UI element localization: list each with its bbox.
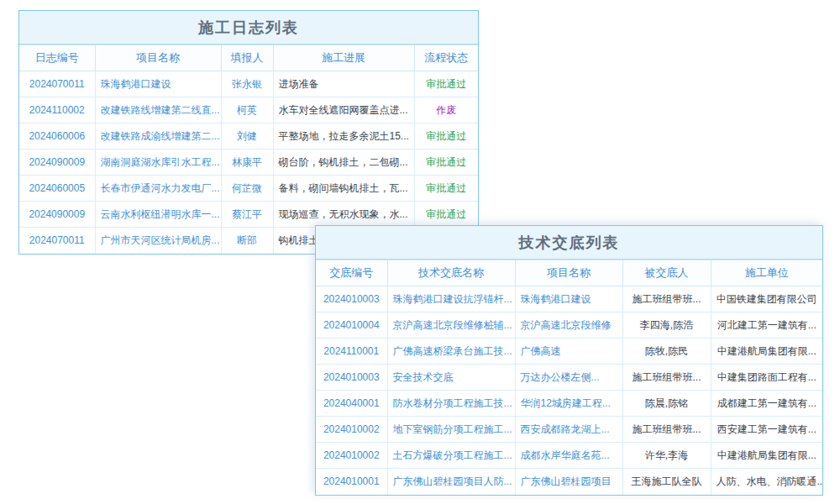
table-row: 2024010002土石方爆破分项工程施工...成都水岸华庭名苑...许华,李海… <box>316 443 822 469</box>
cell-link-disclosure-name[interactable]: 土石方爆破分项工程施工... <box>387 443 515 469</box>
cell-link-log-id[interactable]: 2024090009 <box>19 202 95 228</box>
construction-log-title: 施工日志列表 <box>19 11 478 45</box>
cell-link-disclosure-id[interactable]: 2024010002 <box>316 417 387 443</box>
cell-link-project-name[interactable]: 云南水利枢纽潜明水库一... <box>95 202 221 228</box>
cell-text-recipient: 施工班组带班... <box>622 365 711 391</box>
cell-link-disclosure-id[interactable]: 2024010003 <box>316 286 387 312</box>
cell-text-progress: 现场巡查，无积水现象，水... <box>273 202 414 228</box>
table-row: 2024090009云南水利枢纽潜明水库一...蔡江平现场巡查，无积水现象，水.… <box>19 202 478 228</box>
cell-link-project-name[interactable]: 湖南洞庭湖水库引水工程... <box>95 150 221 176</box>
cell-link-disclosure-id[interactable]: 2024110001 <box>316 339 387 365</box>
cell-text-recipient: 许华,李海 <box>622 443 711 469</box>
cell-link-disclosure-name[interactable]: 广佛高速桥梁承台施工技... <box>387 339 515 365</box>
tech-disclosure-panel: 技术交底列表 交底编号技术交底名称项目名称被交底人施工单位2024010003珠… <box>315 225 823 496</box>
cell-link-log-id[interactable]: 2024090009 <box>19 150 95 176</box>
cell-text-progress: 进场准备 <box>273 71 414 97</box>
cell-link-disclosure-id[interactable]: 2024010003 <box>316 365 387 391</box>
cell-link-project-name[interactable]: 广东佛山碧桂园项目 <box>515 469 622 495</box>
cell-link-reporter[interactable]: 断部 <box>221 228 273 254</box>
table-row: 2024070011珠海鹤港口建设张永银进场准备审批通过 <box>19 71 478 97</box>
cell-link-disclosure-name[interactable]: 京沪高速北京段维修桩辅... <box>387 312 515 339</box>
cell-link-reporter[interactable]: 蔡江平 <box>221 202 273 228</box>
cell-link-disclosure-id[interactable]: 2024010004 <box>316 312 387 339</box>
column-header-project-name: 项目名称 <box>95 45 221 71</box>
cell-text-progress: 砌台阶，钩机排土，二包砌... <box>273 150 414 176</box>
cell-link-log-id[interactable]: 2024060005 <box>19 176 95 202</box>
column-header-construction-unit: 施工单位 <box>711 260 822 286</box>
cell-link-project-name[interactable]: 改建铁路成渝线增建第二... <box>95 123 221 150</box>
column-header-progress: 施工进展 <box>273 45 414 71</box>
cell-link-reporter[interactable]: 何芷微 <box>221 176 273 202</box>
table-row: 2024110002改建铁路线增建第二线直...柯英水车对全线遮阳网覆盖点进..… <box>19 97 478 123</box>
cell-link-log-id[interactable]: 2024070011 <box>19 228 95 254</box>
cell-text-construction-unit: 中国铁建集团有限公司 <box>711 286 822 312</box>
column-header-reporter: 填报人 <box>221 45 273 71</box>
cell-text-construction-unit: 中建港航局集团有限... <box>711 339 822 365</box>
cell-link-project-name[interactable]: 改建铁路线增建第二线直... <box>95 97 221 123</box>
cell-link-reporter[interactable]: 张永银 <box>221 71 273 97</box>
table-row: 2024090009湖南洞庭湖水库引水工程...林康平砌台阶，钩机排土，二包砌.… <box>19 150 478 176</box>
cell-link-reporter[interactable]: 柯英 <box>221 97 273 123</box>
cell-text-recipient: 王海施工队全队 <box>622 469 711 495</box>
cell-link-log-id[interactable]: 2024110002 <box>19 97 95 123</box>
column-header-disclosure-name: 技术交底名称 <box>387 260 515 286</box>
column-header-recipient: 被交底人 <box>622 260 711 286</box>
cell-link-project-name[interactable]: 京沪高速北京段维修 <box>515 312 622 339</box>
cell-link-project-name[interactable]: 珠海鹤港口建设 <box>515 286 622 312</box>
table-row: 2024010004京沪高速北京段维修桩辅...京沪高速北京段维修李四海,陈浩河… <box>316 312 822 339</box>
cell-text-recipient: 陈牧,陈民 <box>622 339 711 365</box>
cell-link-project-name[interactable]: 西安成都路龙湖上... <box>515 417 622 443</box>
cell-link-project-name[interactable]: 万达办公楼左侧... <box>515 365 622 391</box>
column-header-disclosure-id: 交底编号 <box>316 260 387 286</box>
table-row: 2024010003珠海鹤港口建设抗浮锚杆...珠海鹤港口建设施工班组带班...… <box>316 286 822 312</box>
cell-text-progress: 平整场地，拉走多余泥土15... <box>273 123 414 150</box>
tech-disclosure-title: 技术交底列表 <box>316 226 822 260</box>
cell-link-disclosure-id[interactable]: 2024010001 <box>316 469 387 495</box>
cell-text-construction-unit: 中建港航局集团有限... <box>711 443 822 469</box>
construction-log-table: 日志编号项目名称填报人施工进展流程状态2024070011珠海鹤港口建设张永银进… <box>19 45 478 254</box>
cell-text-construction-unit: 成都建工第一建筑有... <box>711 391 822 417</box>
cell-link-project-name[interactable]: 成都水岸华庭名苑... <box>515 443 622 469</box>
cell-link-project-name[interactable]: 珠海鹤港口建设 <box>95 71 221 97</box>
cell-text-progress: 水车对全线遮阳网覆盖点进... <box>273 97 414 123</box>
cell-link-project-name[interactable]: 长春市伊通河水力发电厂... <box>95 176 221 202</box>
cell-link-project-name[interactable]: 华润12城房建工程... <box>515 391 622 417</box>
header-row: 交底编号技术交底名称项目名称被交底人施工单位 <box>316 260 822 286</box>
column-header-project-name: 项目名称 <box>515 260 622 286</box>
status-badge: 审批通过 <box>414 202 478 228</box>
table-row: 2024040001防水卷材分项工程施工技...华润12城房建工程...陈晨,陈… <box>316 391 822 417</box>
cell-text-recipient: 施工班组带班... <box>622 286 711 312</box>
status-badge: 审批通过 <box>414 150 478 176</box>
cell-text-construction-unit: 人防、水电、消防暖通... <box>711 469 822 495</box>
cell-link-project-name[interactable]: 广佛高速 <box>515 339 622 365</box>
cell-link-log-id[interactable]: 2024070011 <box>19 71 95 97</box>
tech-disclosure-table: 交底编号技术交底名称项目名称被交底人施工单位2024010003珠海鹤港口建设抗… <box>316 260 822 495</box>
construction-log-panel: 施工日志列表 日志编号项目名称填报人施工进展流程状态2024070011珠海鹤港… <box>18 10 479 255</box>
cell-text-recipient: 施工班组带班... <box>622 417 711 443</box>
cell-link-reporter[interactable]: 林康平 <box>221 150 273 176</box>
cell-link-disclosure-name[interactable]: 防水卷材分项工程施工技... <box>387 391 515 417</box>
cell-link-disclosure-name[interactable]: 地下室钢筋分项工程施工... <box>387 417 515 443</box>
cell-link-disclosure-id[interactable]: 2024010002 <box>316 443 387 469</box>
table-row: 2024110001广佛高速桥梁承台施工技...广佛高速陈牧,陈民中建港航局集团… <box>316 339 822 365</box>
cell-link-disclosure-name[interactable]: 珠海鹤港口建设抗浮锚杆... <box>387 286 515 312</box>
cell-link-log-id[interactable]: 2024060006 <box>19 123 95 150</box>
cell-text-construction-unit: 西安建工第一建筑有... <box>711 417 822 443</box>
status-badge: 审批通过 <box>414 176 478 202</box>
cell-link-disclosure-name[interactable]: 安全技术交底 <box>387 365 515 391</box>
cell-text-progress: 备料，砌间墙钩机排土，瓦... <box>273 176 414 202</box>
cell-link-project-name[interactable]: 广州市天河区统计局机房... <box>95 228 221 254</box>
cell-link-reporter[interactable]: 刘健 <box>221 123 273 150</box>
cell-link-disclosure-name[interactable]: 广东佛山碧桂园项目人防... <box>387 469 515 495</box>
column-header-status: 流程状态 <box>414 45 478 71</box>
table-row: 2024060005长春市伊通河水力发电厂...何芷微备料，砌间墙钩机排土，瓦.… <box>19 176 478 202</box>
cell-link-disclosure-id[interactable]: 2024040001 <box>316 391 387 417</box>
cell-text-recipient: 陈晨,陈铭 <box>622 391 711 417</box>
cell-text-construction-unit: 中建集团路面工程有... <box>711 365 822 391</box>
cell-text-recipient: 李四海,陈浩 <box>622 312 711 339</box>
column-header-log-id: 日志编号 <box>19 45 95 71</box>
header-row: 日志编号项目名称填报人施工进展流程状态 <box>19 45 478 71</box>
table-row: 2024060006改建铁路成渝线增建第二...刘健平整场地，拉走多余泥土15.… <box>19 123 478 150</box>
status-badge: 审批通过 <box>414 123 478 150</box>
status-badge: 审批通过 <box>414 71 478 97</box>
